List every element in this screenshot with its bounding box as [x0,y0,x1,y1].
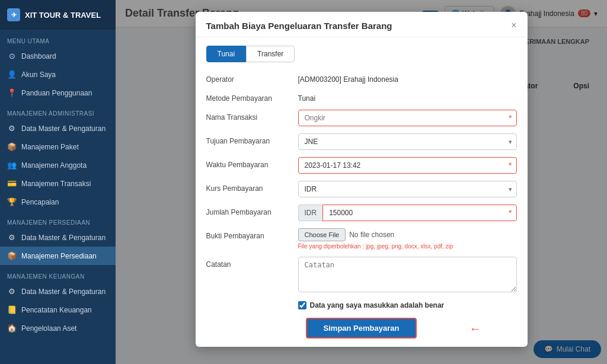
catatan-textarea[interactable] [298,257,517,292]
operator-value: [ADM003200] Erahajj Indonesia [298,72,517,84]
sidebar-section-administrasi: MANAJEMEN ADMINISTRASI ⚙ Data Master & P… [0,102,116,211]
data-master-pers-icon: ⚙ [7,233,17,242]
tujuan-input-wrap: JNE ▾ [298,133,517,150]
sidebar-item-label: Manajemen Paket [21,143,79,151]
operator-label: Operator [206,72,298,84]
sidebar-item-aset[interactable]: 🏠 Pengelolaan Aset [0,319,116,337]
panduan-icon: 📍 [7,88,17,97]
sidebar-item-label: Manajemen Persediaan [21,252,97,260]
sidebar-item-pencapaian[interactable]: 🏆 Pencapaian [0,193,116,211]
sidebar-item-data-master-pers[interactable]: ⚙ Data Master & Pengaturan [0,228,116,247]
kurs-label: Kurs Pembayaran [206,181,298,193]
jumlah-input[interactable] [322,205,516,221]
jumlah-required-star: * [509,208,512,218]
sidebar-item-label: Pengelolaan Aset [21,324,76,333]
data-master-adm-icon: ⚙ [7,124,17,133]
catatan-input-wrap [298,257,517,294]
file-no-chosen: No file chosen [349,231,394,239]
checkbox-row: Data yang saya masukkan adalah benar [206,301,517,309]
dashboard-icon: ⊙ [7,52,17,60]
sidebar-item-akun[interactable]: 👤 Akun Saya [0,65,116,84]
tujuan-label: Tujuan Pembayaran [206,133,298,145]
confirm-checkbox[interactable] [298,301,306,309]
jumlah-label: Jumlah Pembayaran [206,205,298,216]
sidebar-item-label: Manajemen Anggota [21,161,87,170]
bukti-input-wrap: Choose File No file chosen File yang dip… [298,228,517,250]
akun-icon: 👤 [7,70,17,79]
arrow-indicator: ← [469,321,481,335]
sidebar-item-data-master-keu[interactable]: ⚙ Data Master & Pengaturan [0,282,116,301]
btn-row: Simpan Pembayaran ← [206,318,517,339]
sidebar-item-label: Data Master & Pengaturan [21,288,106,296]
jumlah-prefix: IDR [298,205,323,221]
sidebar-item-pencatatan[interactable]: 📒 Pencatatan Keuangan [0,301,116,319]
section-title-keuangan: MANAJEMEN KEUANGAN [0,265,116,282]
modal-overlay: Tambah Biaya Pengeluaran Transfer Barang… [116,0,607,364]
save-button[interactable]: Simpan Pembayaran [306,318,417,339]
tab-transfer[interactable]: Transfer [246,46,295,62]
modal-close-button[interactable]: × [511,20,516,31]
tab-group: Tunai Transfer [206,46,517,62]
main-content: Detail Transfer Barang 🌐 Website 👤 Eraha… [116,0,607,364]
metode-label: Metode Pembayaran [206,91,298,103]
form-row-operator: Operator [ADM003200] Erahajj Indonesia [206,72,517,84]
form-row-nama: Nama Transaksi * [206,110,517,126]
waktu-label: Waktu Pembayaran [206,157,298,169]
modal-header: Tambah Biaya Pengeluaran Transfer Barang… [196,12,528,37]
nama-transaksi-input[interactable] [298,110,517,126]
form-row-jumlah: Jumlah Pembayaran IDR * [206,205,517,221]
manajemen-persediaan-icon: 📦 [7,251,17,260]
data-master-keu-icon: ⚙ [7,287,17,296]
sidebar-item-label: Akun Saya [21,71,56,79]
modal-title: Tambah Biaya Pengeluaran Transfer Barang [206,21,392,31]
file-hint: File yang diperbolehkan : jpg, jpeg, png… [298,243,517,250]
sidebar-item-label: Data Master & Pengaturan [21,234,106,242]
form-row-waktu: Waktu Pembayaran * [206,157,517,174]
jumlah-input-wrap: IDR * [298,205,517,221]
kurs-select[interactable]: IDR [298,181,517,197]
sidebar-section-menu-utama: MENU UTAMA ⊙ Dashboard 👤 Akun Saya 📍 Pan… [0,30,116,102]
sidebar-item-data-master-adm[interactable]: ⚙ Data Master & Pengaturan [0,119,116,138]
form-row-catatan: Catatan [206,257,517,294]
sidebar-logo: ✈ XIT TOUR & TRAVEL [0,0,116,30]
tujuan-select[interactable]: JNE [298,133,517,150]
sidebar-item-label: Pencatatan Keuangan [21,306,92,314]
sidebar-item-manajemen-persediaan[interactable]: 📦 Manajemen Persediaan [0,247,116,265]
waktu-input-wrap: * [298,157,517,174]
kurs-input-wrap: IDR ▾ [298,181,517,197]
nama-input-wrap: * [298,110,517,126]
bukti-label: Bukti Pembayaran [206,228,298,240]
transaksi-icon: 💳 [7,179,17,188]
logo-text: XIT TOUR & TRAVEL [25,11,101,20]
checkbox-label: Data yang saya masukkan adalah benar [310,301,445,309]
sidebar-section-persediaan: MANAJEMEN PERSEDIAAN ⚙ Data Master & Pen… [0,211,116,265]
form-row-tujuan: Tujuan Pembayaran JNE ▾ [206,133,517,150]
sidebar-item-panduan[interactable]: 📍 Panduan Penggunaan [0,84,116,102]
operator-static: [ADM003200] Erahajj Indonesia [298,72,517,84]
aset-icon: 🏠 [7,324,17,333]
pencapaian-icon: 🏆 [7,197,17,206]
section-title-administrasi: MANAJEMEN ADMINISTRASI [0,102,116,119]
section-title-persediaan: MANAJEMEN PERSEDIAAN [0,211,116,228]
paket-icon: 📦 [7,142,17,151]
sidebar-item-label: Manajemen Transaksi [21,180,91,188]
metode-value: Tunai [298,91,517,103]
sidebar-item-paket[interactable]: 📦 Manajemen Paket [0,138,116,156]
waktu-input[interactable] [298,157,517,174]
sidebar-item-label: Data Master & Pengaturan [21,124,106,133]
sidebar-item-dashboard[interactable]: ⊙ Dashboard [0,47,116,65]
sidebar-item-anggota[interactable]: 👥 Manajemen Anggota [0,156,116,174]
nama-required-star: * [509,113,512,123]
choose-file-button[interactable]: Choose File [298,228,346,241]
waktu-required-star: * [509,161,512,170]
catatan-label: Catatan [206,257,298,269]
pencatatan-icon: 📒 [7,305,17,314]
sidebar: ✈ XIT TOUR & TRAVEL MENU UTAMA ⊙ Dashboa… [0,0,116,364]
logo-icon: ✈ [7,8,20,21]
sidebar-section-keuangan: MANAJEMEN KEUANGAN ⚙ Data Master & Penga… [0,265,116,337]
form-row-bukti: Bukti Pembayaran Choose File No file cho… [206,228,517,250]
sidebar-item-transaksi[interactable]: 💳 Manajemen Transaksi [0,174,116,193]
tab-tunai[interactable]: Tunai [206,46,247,62]
modal: Tambah Biaya Pengeluaran Transfer Barang… [196,12,528,347]
form-row-metode: Metode Pembayaran Tunai [206,91,517,103]
